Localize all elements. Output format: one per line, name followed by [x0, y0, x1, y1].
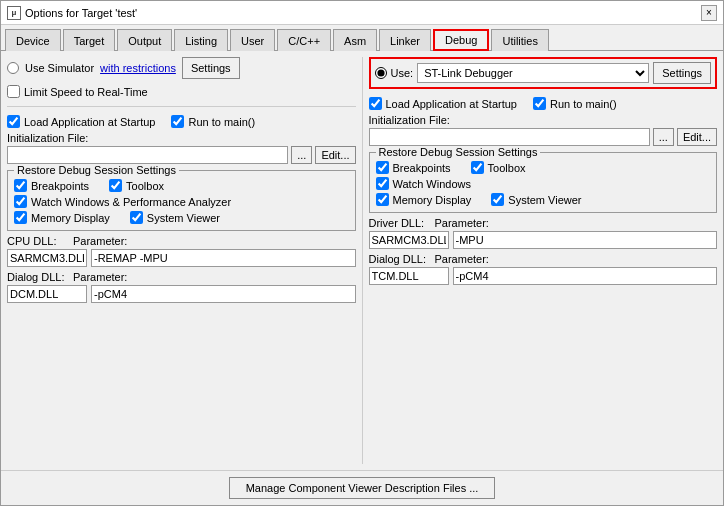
dialog-param-header-right: Parameter:: [435, 253, 489, 265]
watch-windows-checkbox-left[interactable]: [14, 195, 27, 208]
use-simulator-radio[interactable]: [7, 62, 19, 74]
toolbox-label-right: Toolbox: [488, 162, 526, 174]
breakpoints-checkbox-left[interactable]: [14, 179, 27, 192]
system-viewer-label-left: System Viewer: [147, 212, 220, 224]
init-browse-button-right[interactable]: ...: [653, 128, 674, 146]
tab-listing[interactable]: Listing: [174, 29, 228, 51]
restore-group-title-left: Restore Debug Session Settings: [14, 164, 179, 176]
driver-dll-label: Driver DLL:: [369, 217, 429, 229]
driver-dll-section: Driver DLL: Parameter:: [369, 217, 718, 249]
tab-debug[interactable]: Debug: [433, 29, 489, 51]
init-file-label-left: Initialization File:: [7, 132, 356, 144]
cpu-dll-input[interactable]: [7, 249, 87, 267]
run-to-main-checkbox-right[interactable]: [533, 97, 546, 110]
left-pane: Use Simulator with restrictions Settings…: [7, 57, 363, 464]
init-file-section-left: Initialization File: ... Edit...: [7, 132, 356, 164]
toolbox-checkbox-left[interactable]: [109, 179, 122, 192]
dialog-param-input-left[interactable]: [91, 285, 356, 303]
toolbox-label-left: Toolbox: [126, 180, 164, 192]
init-edit-button-left[interactable]: Edit...: [315, 146, 355, 164]
run-to-main-label-right: Run to main(): [550, 98, 617, 110]
tab-bar: Device Target Output Listing User C/C++ …: [1, 25, 723, 51]
driver-dll-input[interactable]: [369, 231, 449, 249]
system-viewer-checkbox-right[interactable]: [491, 193, 504, 206]
dialog-param-input-right[interactable]: [453, 267, 718, 285]
watch-windows-checkbox-right[interactable]: [376, 177, 389, 190]
cpu-dll-section: CPU DLL: Parameter:: [7, 235, 356, 267]
watch-windows-label-right: Watch Windows: [393, 178, 471, 190]
limit-speed-label: Limit Speed to Real-Time: [24, 86, 148, 98]
tab-cpp[interactable]: C/C++: [277, 29, 331, 51]
watch-windows-label-left: Watch Windows & Performance Analyzer: [31, 196, 231, 208]
cpu-param-header: Parameter:: [73, 235, 127, 247]
tab-linker[interactable]: Linker: [379, 29, 431, 51]
dialog-dll-label-right: Dialog DLL:: [369, 253, 429, 265]
dialog-dll-section-left: Dialog DLL: Parameter:: [7, 271, 356, 303]
close-button[interactable]: ×: [701, 5, 717, 21]
tab-target[interactable]: Target: [63, 29, 116, 51]
title-bar: μ Options for Target 'test' ×: [1, 1, 723, 25]
simulator-settings-button[interactable]: Settings: [182, 57, 240, 79]
right-pane: Use: ST-Link Debugger Settings Load Appl…: [369, 57, 718, 464]
app-icon: μ: [7, 6, 21, 20]
breakpoints-label-right: Breakpoints: [393, 162, 451, 174]
tab-output[interactable]: Output: [117, 29, 172, 51]
restore-group-right: Restore Debug Session Settings Breakpoin…: [369, 152, 718, 213]
debugger-select[interactable]: ST-Link Debugger: [417, 63, 649, 83]
run-to-main-row-right: Run to main(): [533, 97, 617, 110]
memory-display-label-left: Memory Display: [31, 212, 110, 224]
use-debugger-row: Use: ST-Link Debugger Settings: [369, 57, 718, 89]
run-to-main-row-left: Run to main(): [171, 115, 255, 128]
dialog-dll-label-left: Dialog DLL:: [7, 271, 67, 283]
memory-display-checkbox-right[interactable]: [376, 193, 389, 206]
tab-user[interactable]: User: [230, 29, 275, 51]
breakpoints-label-left: Breakpoints: [31, 180, 89, 192]
use-simulator-label: Use Simulator: [25, 62, 94, 74]
init-file-input-right[interactable]: [369, 128, 650, 146]
load-app-label-right: Load Application at Startup: [386, 98, 517, 110]
dialog-dll-section-right: Dialog DLL: Parameter:: [369, 253, 718, 285]
restore-group-left: Restore Debug Session Settings Breakpoin…: [7, 170, 356, 231]
dialog-param-header-left: Parameter:: [73, 271, 127, 283]
init-browse-button-left[interactable]: ...: [291, 146, 312, 164]
init-file-label-right: Initialization File:: [369, 114, 718, 126]
system-viewer-label-right: System Viewer: [508, 194, 581, 206]
load-app-row-right: Load Application at Startup: [369, 97, 517, 110]
memory-display-label-right: Memory Display: [393, 194, 472, 206]
with-restrictions-link[interactable]: with restrictions: [100, 62, 176, 74]
manage-component-button[interactable]: Manage Component Viewer Description File…: [229, 477, 496, 499]
init-file-input-left[interactable]: [7, 146, 288, 164]
run-to-main-checkbox-left[interactable]: [171, 115, 184, 128]
use-simulator-row: Use Simulator with restrictions Settings: [7, 57, 356, 79]
cpu-dll-label: CPU DLL:: [7, 235, 67, 247]
dialog-dll-input-left[interactable]: [7, 285, 87, 303]
driver-param-input[interactable]: [453, 231, 718, 249]
system-viewer-checkbox-left[interactable]: [130, 211, 143, 224]
init-file-section-right: Initialization File: ... Edit...: [369, 114, 718, 146]
breakpoints-checkbox-right[interactable]: [376, 161, 389, 174]
dialog-dll-input-right[interactable]: [369, 267, 449, 285]
limit-speed-row: Limit Speed to Real-Time: [7, 85, 356, 98]
run-to-main-label-left: Run to main(): [188, 116, 255, 128]
tab-utilities[interactable]: Utilities: [491, 29, 548, 51]
load-app-checkbox-right[interactable]: [369, 97, 382, 110]
use-label: Use:: [391, 67, 414, 79]
load-app-row-left: Load Application at Startup: [7, 115, 155, 128]
load-app-label-left: Load Application at Startup: [24, 116, 155, 128]
load-app-checkbox-left[interactable]: [7, 115, 20, 128]
main-window: μ Options for Target 'test' × Device Tar…: [0, 0, 724, 506]
bottom-bar: Manage Component Viewer Description File…: [1, 470, 723, 505]
main-content: Use Simulator with restrictions Settings…: [1, 51, 723, 470]
driver-param-header: Parameter:: [435, 217, 489, 229]
limit-speed-checkbox[interactable]: [7, 85, 20, 98]
toolbox-checkbox-right[interactable]: [471, 161, 484, 174]
restore-group-title-right: Restore Debug Session Settings: [376, 146, 541, 158]
debugger-settings-button[interactable]: Settings: [653, 62, 711, 84]
tab-device[interactable]: Device: [5, 29, 61, 51]
memory-display-checkbox-left[interactable]: [14, 211, 27, 224]
init-edit-button-right[interactable]: Edit...: [677, 128, 717, 146]
use-debugger-radio[interactable]: [375, 67, 387, 79]
cpu-param-input[interactable]: [91, 249, 356, 267]
window-title: Options for Target 'test': [25, 7, 137, 19]
tab-asm[interactable]: Asm: [333, 29, 377, 51]
